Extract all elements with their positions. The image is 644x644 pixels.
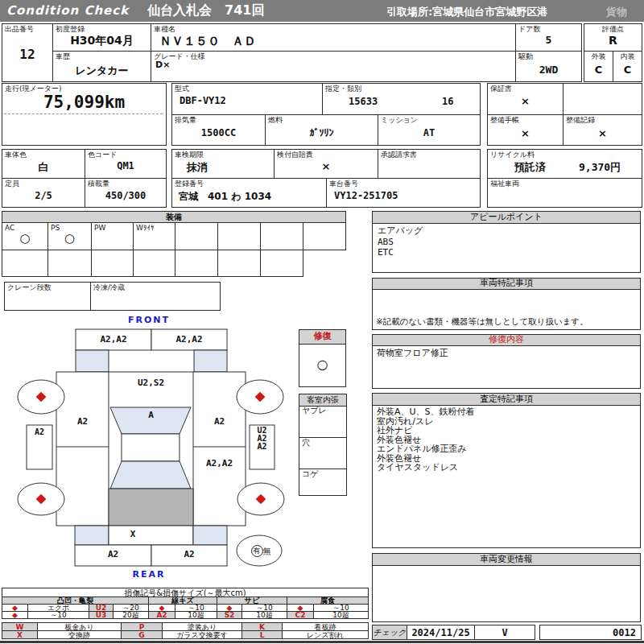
warranty-label: 保証書 [488,84,563,93]
front-corner-right [194,350,227,372]
condition-check-sheet: Condition Check 仙台入札会 741回 引取場所:宮城県仙台市宮城… [0,0,644,644]
fuel-cell: 燃料 ｶﾞｿﾘﾝ [265,114,378,146]
recycle-status-value: 預託済 [514,160,546,175]
model-name-label: 車種名 [151,24,515,33]
interior-grade-value: C [613,64,642,76]
drive-label: 駆動 [516,52,581,60]
equipment-cell-empty [91,250,134,277]
legend-code-l: L [242,630,283,639]
legend-desc-g: ガラス交換要す [162,630,242,639]
assessment-item: タイヤスタッドレス [377,463,475,473]
equipment-cell-wtire: Wﾀｲﾔ [133,222,175,250]
maintenance-record-value: × [564,127,642,139]
legend-code: S2 [217,611,242,619]
doors-value: 5 [516,34,581,46]
repair-details-title: 修復内容 [373,335,640,346]
equipment-cell-empty [133,250,175,277]
check-inspector-value: V [475,627,535,638]
right-door-damage: A2,A2 [193,458,246,469]
welfare-vehicle-label: 福祉車両 [488,179,642,188]
right-side-damage-3: A2 [250,443,275,451]
spare-yes-circled: 有 [251,545,263,557]
maintenance-record-cell: 整備記録 × [563,114,642,146]
welfare-vehicle-cell: 福祉車両 [487,178,642,208]
brand-logo: Condition Check [6,3,129,18]
auction-title: 仙台入札会 741回 [147,2,264,19]
warranty-cell: 保証書 × [487,83,564,115]
load-capacity-value: 450/300 [85,190,166,201]
crane-cell: クレーン段数 [4,282,91,311]
lot-number-label: 出品番号 [2,24,52,33]
repair-flag-mark: ○ [299,357,345,372]
trim-item-hole: 穴 [299,437,346,469]
inspection-expiry-value: 抹消 [187,160,274,175]
drive-value: 2WD [516,64,581,76]
recycle-fee-value: 9,370円 [579,160,621,175]
class-label: 指定・類別 [323,84,480,93]
equipment-pw-label: PW [92,223,133,232]
mileage-divider [4,114,163,114]
right-side-damage: U2 A2 A2 [250,427,275,451]
mileage-box: 走行(現メーター) 75,099km [2,83,167,146]
right-fender-damage: A2 [193,416,246,427]
body-color-cell: 車体色 白 [2,149,85,179]
check-date-cell: 2024/11/25 [407,625,475,640]
grade-value: D× [155,60,515,70]
repair-details-text: 荷物室フロア修正 [377,348,448,359]
rear-panel-damage: X [109,529,157,539]
serial-number-value: 0012 [613,627,636,638]
repair-flag-title: 修復 [299,330,345,345]
rear-bumper-right-damage: A2 [151,549,227,559]
legend-cell-text: 10超 [313,611,369,619]
legend-cell-text: 10超 [175,611,217,619]
diamond-icon: ◆ [2,611,28,619]
legend-cell-text: 10超 [242,611,287,619]
legend-cell-text: ～10 [27,611,89,619]
color-code-label: 色コード [85,150,166,159]
maintenance-book-cell: 整備手帳 × [487,114,564,146]
maintenance-book-label: 整備手帳 [488,115,563,124]
appeal-points-panel: アピールポイント エアバッグ ABS ETC [372,211,641,273]
history-cell: 車歴 レンタカー [52,51,151,82]
history-value: レンタカー [53,64,151,78]
vehicle-notes-title: 車両特記事項 [373,279,640,290]
lot-number-value: 12 [2,47,52,62]
equipment-ps-mark: ○ [48,231,91,246]
model-code-value: DBF-VY12 [180,95,322,106]
inspection-expiry-label: 車検期限 [172,150,274,159]
legend-desc-x: 交換跡 [37,630,122,639]
doors-label: ドア数 [516,24,581,33]
legend-code-g: G [121,630,163,639]
equipment-cell-empty [175,250,218,277]
trim-item-burn-label: コゲ [299,469,346,478]
history-label: 車歴 [53,52,151,60]
spare-tire-indicator: 有無 [241,545,281,557]
appeal-item: ETC [378,247,423,258]
inspection-expiry-cell: 車検期限 抹消 [171,149,275,179]
liability-insurance-value: × [275,160,378,172]
equipment-cell-empty [303,222,346,250]
chassis-number-label: 車台番号 [327,179,480,188]
appeal-points-title: アピールポイント [373,212,640,224]
equipment-cell-empty [217,250,261,277]
front-bumper-left-damage: A2,A2 [76,334,151,345]
assessment-notes-title: 査定特記事項 [373,394,640,406]
approval-request-cell: 承認請求書 [378,149,481,179]
equipment-cell-ac: AC ○ [2,222,48,250]
front-label: FRONT [101,315,197,325]
check-inspector-cell: V [474,625,535,640]
vehicle-change-panel: 車両変更情報 [372,553,641,622]
vehicle-notes-text: ※記載のない書類・機器等は無しとして取り扱います。 [376,316,588,328]
registration-number-cell: 登録番号 宮城 401 わ 1034 [171,178,327,208]
assessment-item: 外装A、U、S、鉄粉付着 [377,407,475,417]
equipment-cell-empty [175,222,218,250]
legend-code-x: X [2,630,38,639]
legend-cell-text: 20超 [113,611,149,619]
chassis-number-value: VY12-251705 [334,190,480,201]
equipment-cell-empty [47,250,92,277]
vehicle-change-title: 車両変更情報 [373,554,640,566]
model-name-value: ＮＶ１５０ ＡＤ [159,34,515,49]
bottom-rule [0,641,644,643]
equipment-cell-empty [2,250,48,277]
score-value: R [584,34,642,47]
